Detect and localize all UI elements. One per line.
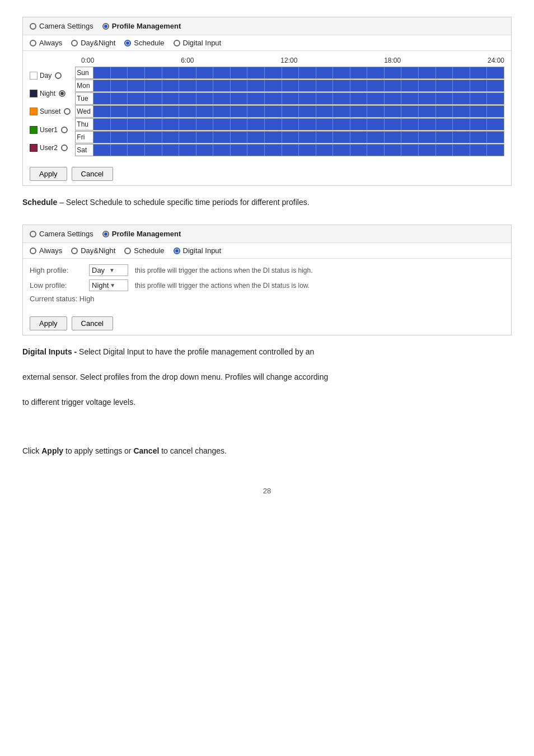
cell-sat-11[interactable] (282, 144, 299, 156)
cell-fri-16[interactable] (367, 132, 385, 143)
cell-wed-22[interactable] (470, 106, 488, 117)
cell-sat-1[interactable] (111, 144, 128, 156)
cell-fri-18[interactable] (401, 132, 419, 143)
cell-sun-12[interactable] (299, 67, 316, 78)
cell-tue-11[interactable] (282, 93, 299, 104)
cell-sat-2[interactable] (128, 144, 145, 156)
cell-tue-2[interactable] (128, 93, 145, 104)
cell-thu-14[interactable] (333, 119, 350, 130)
cell-mon-20[interactable] (436, 80, 453, 91)
cell-sun-7[interactable] (213, 67, 231, 78)
cell-sun-9[interactable] (247, 67, 265, 78)
cell-fri-15[interactable] (350, 132, 368, 143)
cell-fri-10[interactable] (265, 132, 282, 143)
cell-wed-7[interactable] (213, 106, 231, 117)
high-profile-select[interactable]: Day ▼ (89, 264, 128, 276)
cell-thu-1[interactable] (111, 119, 128, 130)
cell-sun-14[interactable] (333, 67, 350, 78)
cell-mon-21[interactable] (453, 80, 470, 91)
cell-wed-0[interactable] (93, 106, 111, 117)
day-cells-wed[interactable] (93, 106, 504, 117)
cell-wed-2[interactable] (128, 106, 145, 117)
cell-wed-19[interactable] (419, 106, 436, 117)
cell-wed-18[interactable] (401, 106, 419, 117)
cell-fri-14[interactable] (333, 132, 350, 143)
cell-thu-17[interactable] (385, 119, 402, 130)
cell-wed-10[interactable] (265, 106, 282, 117)
day-cells-tue[interactable] (93, 93, 504, 104)
cell-mon-23[interactable] (487, 80, 504, 91)
cell-mon-10[interactable] (265, 80, 282, 91)
cell-thu-18[interactable] (401, 119, 419, 130)
cell-tue-13[interactable] (316, 93, 334, 104)
cell-mon-19[interactable] (419, 80, 436, 91)
cell-mon-0[interactable] (93, 80, 111, 91)
cell-mon-8[interactable] (231, 80, 248, 91)
cell-tue-21[interactable] (453, 93, 470, 104)
cell-sun-20[interactable] (436, 67, 453, 78)
cell-wed-17[interactable] (385, 106, 402, 117)
cell-thu-12[interactable] (299, 119, 316, 130)
cell-sun-0[interactable] (93, 67, 111, 78)
cell-mon-12[interactable] (299, 80, 316, 91)
cell-thu-7[interactable] (213, 119, 231, 130)
night-radio[interactable] (59, 90, 65, 97)
cell-sat-0[interactable] (93, 144, 111, 156)
cell-wed-5[interactable] (179, 106, 196, 117)
cell-tue-5[interactable] (179, 93, 196, 104)
cell-sun-11[interactable] (282, 67, 299, 78)
cell-sun-10[interactable] (265, 67, 282, 78)
cell-mon-1[interactable] (111, 80, 128, 91)
cell-wed-13[interactable] (316, 106, 334, 117)
cell-sun-19[interactable] (419, 67, 436, 78)
cell-sat-16[interactable] (367, 144, 385, 156)
w2-digitalinput-radio[interactable]: Digital Input (174, 246, 222, 255)
cell-wed-9[interactable] (247, 106, 265, 117)
cell-fri-4[interactable] (162, 132, 180, 143)
cell-tue-8[interactable] (231, 93, 248, 104)
cell-thu-23[interactable] (487, 119, 504, 130)
cell-wed-23[interactable] (487, 106, 504, 117)
cell-tue-18[interactable] (401, 93, 419, 104)
cell-sat-19[interactable] (419, 144, 436, 156)
cell-wed-8[interactable] (231, 106, 248, 117)
cell-mon-7[interactable] (213, 80, 231, 91)
cell-fri-11[interactable] (282, 132, 299, 143)
cell-fri-3[interactable] (145, 132, 162, 143)
cell-sat-20[interactable] (436, 144, 453, 156)
cell-fri-19[interactable] (419, 132, 436, 143)
cell-sat-3[interactable] (145, 144, 162, 156)
cell-sun-16[interactable] (367, 67, 385, 78)
cell-fri-21[interactable] (453, 132, 470, 143)
cell-fri-23[interactable] (487, 132, 504, 143)
always-radio[interactable]: Always (30, 39, 62, 47)
cell-thu-8[interactable] (231, 119, 248, 130)
w2-daynight-radio[interactable]: Day&Night (71, 246, 115, 255)
cell-sat-9[interactable] (247, 144, 265, 156)
cell-sun-13[interactable] (316, 67, 334, 78)
cell-tue-4[interactable] (162, 93, 180, 104)
day-cells-sat[interactable] (93, 144, 504, 156)
cell-thu-2[interactable] (128, 119, 145, 130)
day-radio[interactable] (55, 72, 62, 79)
cell-sun-23[interactable] (487, 67, 504, 78)
widget2-cancel-button[interactable]: Cancel (72, 316, 113, 330)
cell-tue-14[interactable] (333, 93, 350, 104)
cell-tue-22[interactable] (470, 93, 488, 104)
cell-tue-0[interactable] (93, 93, 111, 104)
cell-thu-6[interactable] (196, 119, 214, 130)
cell-sun-4[interactable] (162, 67, 180, 78)
cell-wed-14[interactable] (333, 106, 350, 117)
schedule-radio[interactable]: Schedule (124, 39, 164, 47)
cell-mon-3[interactable] (145, 80, 162, 91)
widget1-cancel-button[interactable]: Cancel (72, 167, 113, 181)
cell-tue-19[interactable] (419, 93, 436, 104)
cell-thu-9[interactable] (247, 119, 265, 130)
cell-sun-17[interactable] (385, 67, 402, 78)
cell-sat-17[interactable] (385, 144, 402, 156)
cell-wed-1[interactable] (111, 106, 128, 117)
cell-fri-13[interactable] (316, 132, 334, 143)
cell-sat-23[interactable] (487, 144, 504, 156)
cell-thu-16[interactable] (367, 119, 385, 130)
cell-mon-6[interactable] (196, 80, 214, 91)
